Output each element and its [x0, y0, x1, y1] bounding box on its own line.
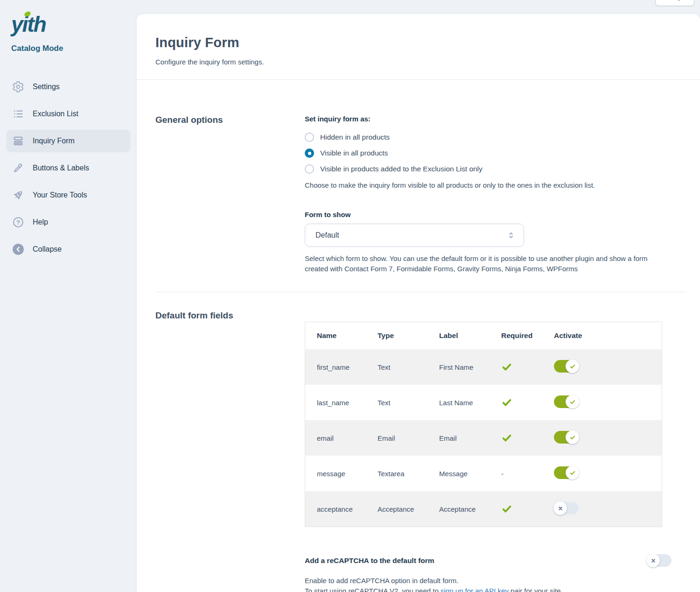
- not-required-dash: -: [501, 470, 504, 478]
- sidebar-item-label: Inquiry Form: [33, 137, 75, 145]
- sidebar-item-label: Your Store Tools: [33, 191, 87, 199]
- field-required-cell: -: [490, 432, 542, 444]
- form-lines-icon: [12, 135, 24, 147]
- check-icon: [501, 397, 542, 408]
- radio-icon: [305, 148, 314, 158]
- field-name-cell: last_name: [305, 399, 366, 407]
- yith-logo: yith: [11, 10, 63, 40]
- form-to-show-description: Select which form to show. You can use t…: [305, 254, 662, 274]
- check-icon: [501, 432, 542, 444]
- recaptcha-description: Enable to add reCAPTCHA option in defaul…: [305, 576, 672, 592]
- main-panel: Inquiry Form Configure the inquiry form …: [137, 14, 700, 592]
- radio-icon: [305, 164, 314, 174]
- x-icon: [650, 557, 657, 564]
- field-label-cell: Email: [427, 434, 490, 442]
- field-type-cell: Text: [366, 363, 427, 371]
- plugin-name: Catalog Mode: [11, 44, 137, 53]
- sidebar-item-label: Collapse: [33, 245, 62, 254]
- field-label-cell: Acceptance: [427, 505, 490, 513]
- check-icon: [501, 361, 542, 373]
- sidebar-item-label: Buttons & Labels: [33, 164, 89, 172]
- form-fields-table-body: first_name Text First Name - last_name T…: [305, 349, 662, 527]
- default-form-fields-content: Name Type Label Required Activate first_…: [305, 310, 685, 592]
- table-row: message Textarea Message -: [305, 456, 662, 491]
- toggle-knob: [646, 554, 660, 567]
- sidebar-item-label: Help: [33, 218, 48, 226]
- activate-toggle[interactable]: [554, 360, 579, 373]
- recaptcha-description-line1: Enable to add reCAPTCHA option in defaul…: [305, 576, 672, 586]
- table-header-row: Name Type Label Required Activate: [305, 322, 662, 349]
- form-fields-table: Name Type Label Required Activate first_…: [305, 322, 662, 527]
- rocket-icon: [12, 189, 24, 201]
- x-icon: [557, 505, 564, 512]
- recaptcha-label: Add a reCAPTCHA to the default form: [305, 557, 434, 565]
- column-header-type: Type: [366, 331, 427, 340]
- column-header-name: Name: [305, 331, 366, 340]
- inquiry-form-visibility-radio-group: Hidden in all products Visible in all pr…: [305, 129, 685, 177]
- table-row: first_name Text First Name -: [305, 349, 662, 385]
- sidebar-item-help[interactable]: ? Help: [7, 211, 130, 233]
- field-name-cell: email: [305, 434, 366, 442]
- toggle-knob: [566, 466, 579, 479]
- sidebar-menu: Settings Exclusion List Inquiry Form: [0, 76, 137, 261]
- activate-toggle[interactable]: [554, 395, 579, 408]
- toggle-knob: [566, 395, 579, 409]
- recaptcha-description-line2: To start using reCAPTCHA V2, you need to…: [305, 586, 672, 592]
- inquiry-form-visibility-label: Set inquiry form as:: [305, 115, 685, 123]
- field-activate-cell: [542, 395, 662, 409]
- activate-toggle[interactable]: [554, 502, 579, 514]
- field-name-cell: first_name: [305, 363, 366, 371]
- field-type-cell: Email: [366, 434, 427, 442]
- activate-toggle[interactable]: [554, 466, 579, 479]
- sidebar-item-collapse[interactable]: Collapse: [7, 238, 130, 261]
- check-icon: [501, 503, 542, 514]
- check-icon: [569, 399, 576, 405]
- field-name-cell: acceptance: [305, 505, 366, 513]
- radio-option-visible-all-products[interactable]: Visible in all products: [305, 145, 685, 161]
- question-circle-icon: ?: [12, 216, 24, 228]
- form-to-show-select[interactable]: Default: [305, 224, 524, 247]
- field-required-cell: -: [490, 397, 542, 408]
- sidebar-item-settings[interactable]: Settings: [7, 76, 130, 98]
- table-row: email Email Email -: [305, 420, 662, 456]
- toggle-knob: [553, 501, 567, 515]
- field-activate-cell: [542, 502, 662, 516]
- section-general-options: General options Set inquiry form as: Hid…: [155, 115, 685, 274]
- visibility-description: Choose to make the inquiry form visible …: [305, 180, 685, 190]
- eyedropper-icon: [12, 162, 24, 174]
- table-row: acceptance Acceptance Acceptance -: [305, 491, 662, 527]
- sidebar-item-your-store-tools[interactable]: Your Store Tools: [7, 184, 130, 206]
- field-required-cell: -: [490, 361, 542, 373]
- recaptcha-row: Add a reCAPTCHA to the default form: [305, 554, 672, 567]
- collapse-arrow-icon: [12, 243, 24, 255]
- field-type-cell: Textarea: [366, 470, 427, 478]
- chevron-up-down-icon: [506, 230, 516, 240]
- check-icon: [569, 434, 576, 441]
- sidebar-item-buttons-labels[interactable]: Buttons & Labels: [7, 157, 130, 179]
- activate-toggle[interactable]: [554, 431, 579, 444]
- list-icon: [12, 108, 24, 120]
- form-to-show-selected-value: Default: [315, 231, 339, 240]
- column-header-activate: Activate: [542, 331, 662, 340]
- api-key-signup-link[interactable]: sign up for an API key: [441, 587, 509, 592]
- gear-icon: [12, 81, 24, 93]
- sidebar-item-inquiry-form[interactable]: Inquiry Form: [7, 130, 130, 152]
- check-icon: [569, 363, 576, 370]
- field-type-cell: Text: [366, 399, 427, 407]
- recaptcha-toggle[interactable]: [647, 554, 672, 567]
- radio-option-visible-exclusion-list[interactable]: Visible in products added to the Exclusi…: [305, 161, 685, 177]
- field-label-cell: Last Name: [427, 399, 490, 407]
- check-icon: [569, 470, 576, 476]
- column-header-label: Label: [427, 331, 490, 340]
- default-form-fields-heading: Default form fields: [155, 310, 305, 592]
- sidebar-item-exclusion-list[interactable]: Exclusion List: [7, 103, 130, 125]
- radio-option-hidden-all-products[interactable]: Hidden in all products: [305, 129, 685, 145]
- general-options-heading: General options: [155, 115, 305, 274]
- field-activate-cell: [542, 466, 662, 480]
- sidebar-item-label: Settings: [33, 83, 60, 91]
- radio-icon: [305, 133, 314, 142]
- page-title: Inquiry Form: [155, 35, 681, 50]
- help-button[interactable]: Help: [655, 0, 694, 6]
- field-type-cell: Acceptance: [366, 505, 427, 513]
- section-divider: [155, 292, 685, 292]
